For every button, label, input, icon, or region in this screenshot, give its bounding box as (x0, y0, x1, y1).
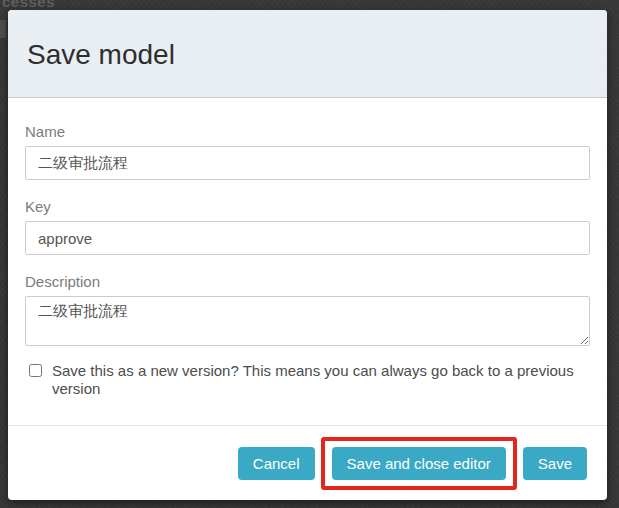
background-partial-text: cesses (2, 0, 55, 10)
red-highlight-annotation: Save and close editor (321, 437, 517, 490)
name-field-group: Name (25, 98, 590, 180)
key-field-group: Key (25, 198, 590, 255)
new-version-checkbox[interactable] (29, 364, 42, 377)
save-model-dialog: Save model Name Key Description 二级审批流程 S… (8, 10, 607, 500)
description-textarea[interactable]: 二级审批流程 (25, 296, 590, 346)
key-label: Key (25, 198, 590, 215)
new-version-label[interactable]: Save this as a new version? This means y… (52, 362, 590, 398)
key-input[interactable] (25, 221, 590, 255)
background-fragment (0, 20, 6, 38)
save-button[interactable]: Save (523, 447, 587, 480)
dialog-title: Save model (27, 40, 607, 69)
name-label: Name (25, 123, 590, 140)
dialog-header: Save model (8, 10, 607, 98)
description-label: Description (25, 273, 590, 290)
save-and-close-editor-button[interactable]: Save and close editor (332, 447, 506, 480)
description-field-group: Description 二级审批流程 (25, 273, 590, 346)
new-version-row: Save this as a new version? This means y… (25, 362, 590, 398)
name-input[interactable] (25, 146, 590, 180)
dialog-body: Name Key Description 二级审批流程 Save this as… (8, 98, 607, 425)
cancel-button[interactable]: Cancel (238, 447, 315, 480)
dialog-footer: Cancel Save and close editor Save (8, 425, 607, 500)
